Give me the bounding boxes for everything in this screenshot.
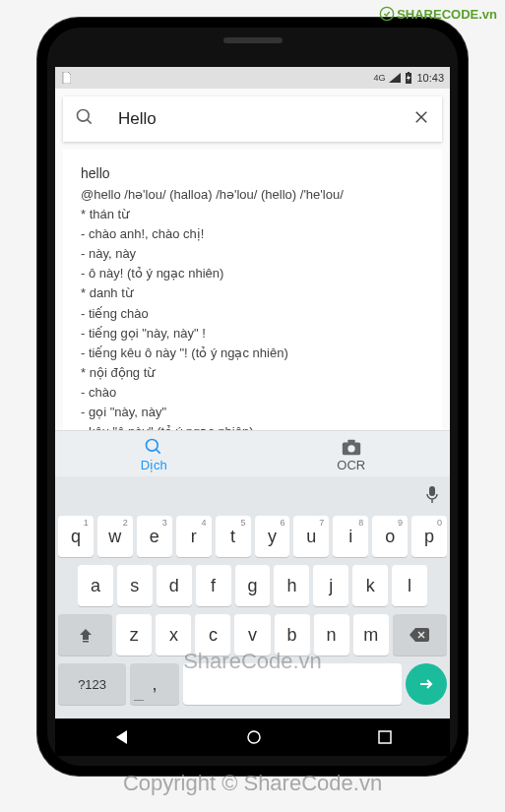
key-y[interactable]: y6: [255, 516, 290, 557]
search-icon: [144, 437, 163, 457]
nav-home-icon[interactable]: [246, 729, 262, 745]
headword: hello: [81, 163, 424, 185]
definition-line: - tiếng chào: [81, 304, 424, 324]
svg-rect-2: [408, 72, 410, 73]
key-shift[interactable]: [58, 614, 112, 656]
sim-icon: [61, 72, 71, 84]
key-go[interactable]: [406, 663, 447, 705]
key-t[interactable]: t5: [216, 516, 251, 557]
definition-line: * thán từ: [81, 205, 424, 224]
definition-line: - gọi "này, này": [81, 403, 424, 422]
status-bar: 4G 10:43: [55, 67, 450, 89]
tab-dich-label: Dịch: [141, 458, 167, 472]
screen: 4G 10:43 hello @hello /hə'lou/ (halloa) …: [55, 67, 450, 718]
svg-rect-13: [83, 641, 89, 643]
key-p[interactable]: p0: [411, 516, 447, 557]
brand-logo: SHARECODE.vn: [379, 6, 497, 22]
svg-rect-11: [347, 440, 354, 444]
definition-line: - này, này: [81, 244, 424, 264]
key-z[interactable]: z: [116, 614, 152, 656]
key-e[interactable]: e3: [137, 516, 172, 557]
svg-line-8: [157, 450, 160, 454]
key-w[interactable]: w2: [97, 516, 133, 557]
key-symbols[interactable]: ?123: [58, 663, 126, 705]
definition-line: - chào anh!, chào chị!: [81, 224, 424, 244]
definition-line: - kêu "ô này" (tỏ ý ngạc nhiên): [81, 422, 424, 430]
svg-rect-12: [429, 486, 435, 496]
tab-ocr[interactable]: OCR: [253, 431, 451, 476]
suggestion-bar: [55, 476, 450, 512]
phonetic: @hello /hə'lou/ (halloa) /hə'lou/ (hello…: [81, 185, 424, 205]
battery-icon: [405, 72, 412, 84]
key-o[interactable]: o9: [372, 516, 408, 557]
clock: 10:43: [416, 72, 444, 84]
android-navbar: [55, 718, 450, 756]
mic-icon[interactable]: [424, 484, 440, 504]
key-a[interactable]: a: [78, 565, 113, 606]
watermark-bottom: Copyright © ShareCode.vn: [123, 771, 382, 796]
key-comma[interactable]: ,: [130, 663, 178, 705]
definition-line: - tiếng kêu ô này "! (tỏ ý ngạc nhiên): [81, 344, 424, 363]
tab-dich[interactable]: Dịch: [55, 431, 253, 476]
svg-rect-16: [379, 731, 391, 743]
camera-icon: [341, 437, 362, 457]
search-icon: [75, 107, 95, 131]
nav-recent-icon[interactable]: [378, 730, 392, 744]
svg-point-10: [347, 445, 354, 452]
key-l[interactable]: l: [392, 565, 427, 606]
svg-point-7: [147, 440, 158, 452]
definition-line: - chào: [81, 383, 424, 403]
svg-point-15: [248, 731, 260, 743]
definition-line: - ô này! (tỏ ý ngạc nhiên): [81, 264, 424, 283]
key-j[interactable]: j: [313, 565, 348, 606]
definition-line: - tiếng gọi "này, này" !: [81, 324, 424, 344]
key-g[interactable]: g: [235, 565, 271, 606]
clear-icon[interactable]: [412, 108, 430, 130]
definition-panel: hello @hello /hə'lou/ (halloa) /hə'lou/ …: [63, 150, 442, 430]
bottom-tabs: Dịch OCR: [55, 430, 450, 476]
key-d[interactable]: d: [157, 565, 192, 606]
tab-ocr-label: OCR: [337, 458, 365, 472]
search-bar[interactable]: [63, 96, 442, 142]
search-input[interactable]: [118, 109, 412, 129]
key-r[interactable]: r4: [176, 516, 212, 557]
svg-line-4: [88, 120, 92, 124]
definition-line: * danh từ: [81, 283, 424, 303]
key-f[interactable]: f: [196, 565, 231, 606]
watermark-center: ShareCode.vn: [183, 649, 322, 674]
definition-line: * nội động từ: [81, 363, 424, 383]
key-u[interactable]: u7: [293, 516, 329, 557]
network-label: 4G: [373, 73, 385, 83]
key-s[interactable]: s: [117, 565, 153, 606]
key-i[interactable]: i8: [333, 516, 368, 557]
phone-speaker: [223, 37, 283, 43]
nav-back-icon[interactable]: [113, 728, 131, 746]
key-backspace[interactable]: [393, 614, 447, 656]
key-h[interactable]: h: [274, 565, 309, 606]
key-m[interactable]: m: [353, 614, 389, 656]
svg-point-0: [380, 7, 393, 20]
signal-icon: [389, 73, 401, 83]
keyboard: q1w2e3r4t5y6u7i8o9p0 asdfghjkl zxcvbnm ?…: [55, 512, 450, 718]
key-q[interactable]: q1: [58, 516, 94, 557]
svg-point-3: [78, 110, 90, 122]
key-k[interactable]: k: [352, 565, 388, 606]
